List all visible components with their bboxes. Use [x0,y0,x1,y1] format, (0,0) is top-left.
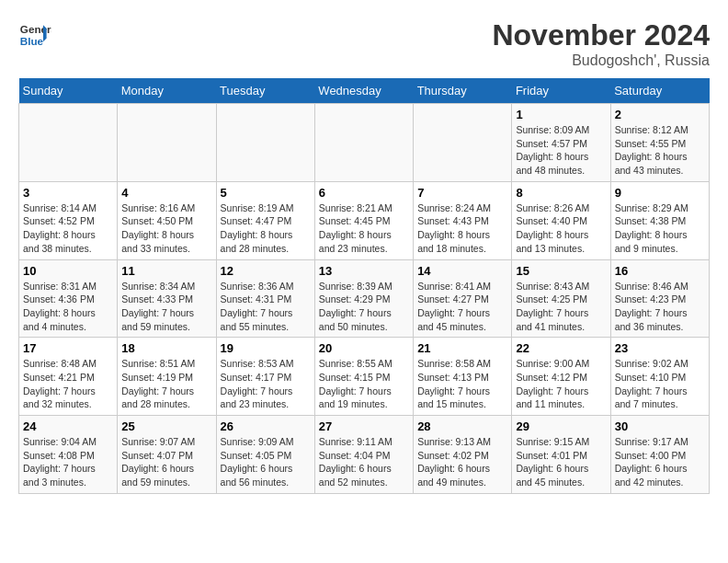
day-info: Sunrise: 8:19 AM Sunset: 4:47 PM Dayligh… [221,201,311,256]
calendar-cell: 27Sunrise: 9:11 AM Sunset: 4:04 PM Dayli… [314,416,413,494]
day-info: Sunrise: 8:12 AM Sunset: 4:55 PM Dayligh… [615,123,705,178]
calendar-cell [314,104,413,182]
day-info: Sunrise: 8:48 AM Sunset: 4:21 PM Dayligh… [23,357,113,411]
calendar-cell: 3Sunrise: 8:14 AM Sunset: 4:52 PM Daylig… [19,181,118,259]
svg-text:Blue: Blue [20,35,44,47]
calendar-cell: 11Sunrise: 8:34 AM Sunset: 4:33 PM Dayli… [118,259,216,338]
day-number: 20 [319,341,409,355]
day-info: Sunrise: 9:04 AM Sunset: 4:08 PM Dayligh… [23,435,113,489]
calendar-cell: 9Sunrise: 8:29 AM Sunset: 4:38 PM Daylig… [610,181,709,259]
day-info: Sunrise: 9:13 AM Sunset: 4:02 PM Dayligh… [417,435,507,489]
calendar-cell: 29Sunrise: 9:15 AM Sunset: 4:01 PM Dayli… [512,416,610,494]
header-day-saturday: Saturday [610,78,709,104]
day-info: Sunrise: 9:07 AM Sunset: 4:07 PM Dayligh… [121,435,211,489]
day-number: 7 [417,186,507,200]
header-day-wednesday: Wednesday [314,78,413,104]
day-number: 2 [615,108,705,121]
day-info: Sunrise: 8:41 AM Sunset: 4:27 PM Dayligh… [417,280,507,334]
day-number: 24 [23,419,113,433]
day-number: 21 [417,341,507,355]
day-number: 28 [417,419,507,433]
day-info: Sunrise: 9:17 AM Sunset: 4:00 PM Dayligh… [615,435,705,489]
calendar-table: SundayMondayTuesdayWednesdayThursdayFrid… [18,78,710,494]
day-number: 26 [221,419,311,433]
header-day-tuesday: Tuesday [216,78,314,104]
day-info: Sunrise: 9:02 AM Sunset: 4:10 PM Dayligh… [615,357,705,411]
calendar-cell: 23Sunrise: 9:02 AM Sunset: 4:10 PM Dayli… [610,338,709,416]
calendar-cell: 17Sunrise: 8:48 AM Sunset: 4:21 PM Dayli… [19,338,118,416]
calendar-cell: 28Sunrise: 9:13 AM Sunset: 4:02 PM Dayli… [414,416,512,494]
day-number: 15 [516,264,606,278]
calendar-cell: 15Sunrise: 8:43 AM Sunset: 4:25 PM Dayli… [512,259,610,338]
day-number: 27 [319,419,409,433]
calendar-week-5: 24Sunrise: 9:04 AM Sunset: 4:08 PM Dayli… [19,416,710,494]
calendar-cell: 14Sunrise: 8:41 AM Sunset: 4:27 PM Dayli… [414,259,512,338]
day-info: Sunrise: 8:39 AM Sunset: 4:29 PM Dayligh… [319,280,409,334]
day-number: 19 [221,341,311,355]
day-info: Sunrise: 9:15 AM Sunset: 4:01 PM Dayligh… [516,435,606,489]
day-info: Sunrise: 8:34 AM Sunset: 4:33 PM Dayligh… [121,280,211,334]
calendar-cell: 4Sunrise: 8:16 AM Sunset: 4:50 PM Daylig… [118,181,216,259]
page-header: General Blue November 2024 Budogoshch', … [18,18,710,69]
calendar-cell: 26Sunrise: 9:09 AM Sunset: 4:05 PM Dayli… [216,416,314,494]
day-info: Sunrise: 8:43 AM Sunset: 4:25 PM Dayligh… [516,280,606,334]
day-number: 17 [23,341,113,355]
day-number: 14 [417,264,507,278]
day-number: 30 [615,419,705,433]
calendar-week-1: 1Sunrise: 8:09 AM Sunset: 4:57 PM Daylig… [19,104,710,182]
calendar-cell: 13Sunrise: 8:39 AM Sunset: 4:29 PM Dayli… [314,259,413,338]
day-info: Sunrise: 8:58 AM Sunset: 4:13 PM Dayligh… [417,357,507,411]
calendar-cell: 10Sunrise: 8:31 AM Sunset: 4:36 PM Dayli… [19,259,118,338]
day-info: Sunrise: 9:11 AM Sunset: 4:04 PM Dayligh… [319,435,409,489]
calendar-cell: 12Sunrise: 8:36 AM Sunset: 4:31 PM Dayli… [216,259,314,338]
day-info: Sunrise: 8:55 AM Sunset: 4:15 PM Dayligh… [319,357,409,411]
day-number: 3 [23,186,113,200]
location-subtitle: Budogoshch', Russia [492,52,710,69]
calendar-cell: 25Sunrise: 9:07 AM Sunset: 4:07 PM Dayli… [118,416,216,494]
calendar-cell [414,104,512,182]
calendar-cell: 1Sunrise: 8:09 AM Sunset: 4:57 PM Daylig… [512,104,610,182]
day-info: Sunrise: 8:24 AM Sunset: 4:43 PM Dayligh… [417,201,507,256]
day-info: Sunrise: 8:53 AM Sunset: 4:17 PM Dayligh… [221,357,311,411]
calendar-cell: 6Sunrise: 8:21 AM Sunset: 4:45 PM Daylig… [314,181,413,259]
day-number: 12 [221,264,311,278]
day-number: 8 [516,186,606,200]
calendar-cell [118,104,216,182]
header-day-monday: Monday [118,78,216,104]
day-number: 25 [121,419,211,433]
logo-icon: General Blue [18,18,51,52]
calendar-cell: 2Sunrise: 8:12 AM Sunset: 4:55 PM Daylig… [610,104,709,182]
day-number: 1 [516,108,606,121]
calendar-body: 1Sunrise: 8:09 AM Sunset: 4:57 PM Daylig… [19,104,710,494]
month-title: November 2024 [492,18,710,52]
day-info: Sunrise: 8:26 AM Sunset: 4:40 PM Dayligh… [516,201,606,256]
day-info: Sunrise: 8:14 AM Sunset: 4:52 PM Dayligh… [23,201,113,256]
day-info: Sunrise: 9:00 AM Sunset: 4:12 PM Dayligh… [516,357,606,411]
calendar-cell [19,104,118,182]
title-block: November 2024 Budogoshch', Russia [492,18,710,69]
day-number: 11 [121,264,211,278]
calendar-week-4: 17Sunrise: 8:48 AM Sunset: 4:21 PM Dayli… [19,338,710,416]
calendar-cell: 24Sunrise: 9:04 AM Sunset: 4:08 PM Dayli… [19,416,118,494]
header-day-friday: Friday [512,78,610,104]
calendar-cell [216,104,314,182]
day-info: Sunrise: 8:31 AM Sunset: 4:36 PM Dayligh… [23,280,113,334]
day-info: Sunrise: 8:21 AM Sunset: 4:45 PM Dayligh… [319,201,409,256]
calendar-week-2: 3Sunrise: 8:14 AM Sunset: 4:52 PM Daylig… [19,181,710,259]
day-number: 5 [221,186,311,200]
calendar-cell: 22Sunrise: 9:00 AM Sunset: 4:12 PM Dayli… [512,338,610,416]
day-number: 4 [121,186,211,200]
day-number: 6 [319,186,409,200]
calendar-cell: 16Sunrise: 8:46 AM Sunset: 4:23 PM Dayli… [610,259,709,338]
logo: General Blue [18,18,51,52]
calendar-cell: 18Sunrise: 8:51 AM Sunset: 4:19 PM Dayli… [118,338,216,416]
day-number: 23 [615,341,705,355]
header-day-thursday: Thursday [414,78,512,104]
day-info: Sunrise: 8:46 AM Sunset: 4:23 PM Dayligh… [615,280,705,334]
day-info: Sunrise: 8:16 AM Sunset: 4:50 PM Dayligh… [121,201,211,256]
day-number: 13 [319,264,409,278]
calendar-cell: 5Sunrise: 8:19 AM Sunset: 4:47 PM Daylig… [216,181,314,259]
calendar-cell: 20Sunrise: 8:55 AM Sunset: 4:15 PM Dayli… [314,338,413,416]
day-info: Sunrise: 8:09 AM Sunset: 4:57 PM Dayligh… [516,123,606,178]
day-number: 22 [516,341,606,355]
